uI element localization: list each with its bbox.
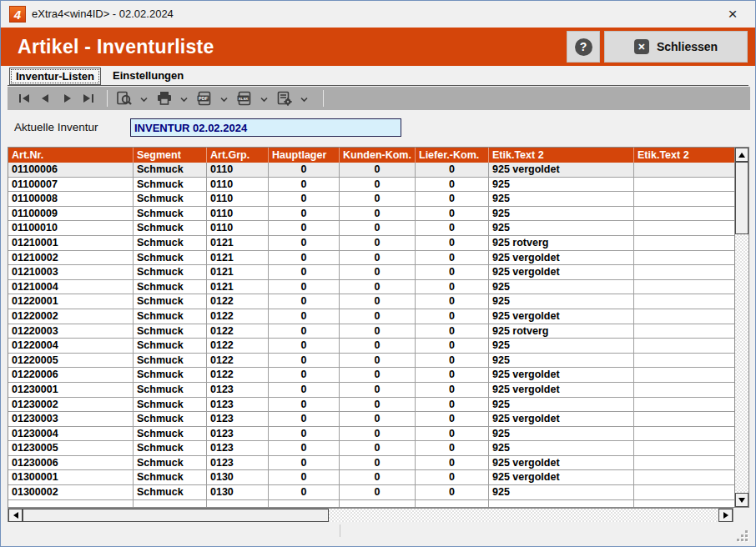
column-header[interactable]: Liefer.-Kom. bbox=[416, 148, 489, 163]
table-cell: Schmuck bbox=[134, 383, 207, 397]
horizontal-scroll-thumb[interactable] bbox=[23, 509, 329, 522]
report-settings-icon bbox=[276, 91, 293, 106]
table-row[interactable]: 01300001Schmuck0130000925 vergoldet bbox=[8, 470, 734, 485]
table-cell: Schmuck bbox=[134, 280, 207, 294]
column-header[interactable]: Kunden-Kom. bbox=[340, 148, 416, 163]
table-cell: Schmuck bbox=[134, 221, 207, 235]
export-xlsx-button[interactable]: XLSX bbox=[235, 89, 254, 108]
resize-grip[interactable] bbox=[737, 530, 748, 541]
table-cell: 0 bbox=[340, 470, 416, 484]
table-row[interactable]: 01220002Schmuck0122000925 vergoldet bbox=[8, 309, 734, 324]
column-header[interactable]: Hauptlager bbox=[269, 148, 340, 163]
table-cell: 0 bbox=[269, 221, 340, 235]
table-cell bbox=[634, 294, 734, 309]
nav-last-button[interactable] bbox=[78, 89, 97, 108]
export-xlsx-dropdown[interactable] bbox=[260, 91, 268, 106]
nav-first-button[interactable] bbox=[16, 89, 34, 108]
table-cell: 0 bbox=[416, 368, 489, 382]
table-row[interactable]: 01230006Schmuck0123000925 vergoldet bbox=[8, 456, 734, 471]
table-row[interactable]: 01220004Schmuck0122000925 bbox=[8, 339, 734, 354]
scroll-left-button[interactable] bbox=[8, 509, 23, 522]
printer-icon bbox=[156, 91, 173, 106]
grid-header: Art.Nr.SegmentArt.Grp.HauptlagerKunden-K… bbox=[8, 148, 734, 163]
table-cell: 0 bbox=[416, 294, 489, 309]
table-row[interactable]: 01100010Schmuck0110000925 bbox=[8, 221, 734, 236]
export-pdf-button[interactable]: PDF bbox=[195, 89, 214, 108]
table-row[interactable]: 01300002Schmuck0130000925 bbox=[8, 485, 734, 500]
table-cell: 0130 bbox=[207, 485, 269, 499]
horizontal-scrollbar[interactable] bbox=[8, 508, 733, 523]
schliessen-button[interactable]: ✕ Schliessen bbox=[604, 31, 748, 63]
status-bar-divider bbox=[340, 524, 340, 537]
table-row[interactable]: 01220001Schmuck0122000925 bbox=[8, 294, 734, 309]
table-row[interactable]: 01100009Schmuck0110000925 bbox=[8, 207, 734, 222]
table-row[interactable]: 01100007Schmuck0110000925 bbox=[8, 178, 734, 193]
table-cell: 0 bbox=[269, 441, 340, 455]
table-row[interactable]: 01210001Schmuck0121000925 rotverg bbox=[8, 236, 734, 251]
chevron-down-icon bbox=[180, 97, 188, 103]
table-cell: 0121 bbox=[207, 265, 269, 279]
tab-inventur-listen[interactable]: Inventur-Listen bbox=[9, 68, 101, 85]
help-button[interactable]: ? bbox=[567, 31, 600, 63]
aktuelle-inventur-input[interactable] bbox=[130, 118, 401, 137]
table-row[interactable]: 01230002Schmuck0123000925 bbox=[8, 398, 734, 413]
horizontal-scroll-track[interactable] bbox=[329, 509, 718, 522]
table-row[interactable]: 01220006Schmuck0122000925 vergoldet bbox=[8, 368, 734, 383]
export-pdf-dropdown[interactable] bbox=[220, 91, 228, 106]
report-settings-button[interactable] bbox=[275, 89, 294, 108]
table-cell bbox=[634, 221, 734, 235]
arrow-up-icon bbox=[738, 153, 745, 158]
table-cell: 01220001 bbox=[8, 294, 134, 309]
previous-record-icon bbox=[39, 93, 53, 103]
nav-next-button[interactable] bbox=[58, 89, 76, 108]
table-cell: 0122 bbox=[207, 354, 269, 368]
table-cell bbox=[634, 500, 734, 507]
arrow-down-icon bbox=[738, 498, 745, 503]
table-cell: 0 bbox=[269, 383, 340, 397]
table-cell: Schmuck bbox=[134, 441, 207, 455]
scroll-down-button[interactable] bbox=[735, 493, 748, 507]
table-cell: 0 bbox=[269, 236, 340, 250]
aktuelle-inventur-label: Aktuelle Inventur bbox=[14, 118, 98, 137]
table-row[interactable]: 01230004Schmuck0123000925 bbox=[8, 427, 734, 442]
table-cell: 925 vergoldet bbox=[489, 309, 634, 324]
table-row[interactable]: 01100006Schmuck0110000925 vergoldet bbox=[8, 163, 734, 178]
table-row[interactable]: 01230001Schmuck0123000925 vergoldet bbox=[8, 383, 734, 398]
column-header[interactable]: Etik.Text 2 bbox=[634, 148, 734, 163]
print-dropdown[interactable] bbox=[180, 91, 188, 106]
table-row[interactable]: 01210004Schmuck0121000925 bbox=[8, 280, 734, 295]
print-preview-button[interactable] bbox=[115, 89, 134, 108]
table-row[interactable]: 01210002Schmuck0121000925 vergoldet bbox=[8, 251, 734, 266]
table-row[interactable]: 01210003Schmuck0121000925 vergoldet bbox=[8, 265, 734, 280]
table-row[interactable]: 01100008Schmuck0110000925 bbox=[8, 192, 734, 207]
table-cell: 01210001 bbox=[8, 236, 134, 250]
window-close-icon[interactable]: × bbox=[722, 4, 743, 24]
vertical-scroll-thumb[interactable] bbox=[735, 162, 748, 234]
table-cell: 01230006 bbox=[8, 456, 134, 470]
column-header[interactable]: Art.Grp. bbox=[207, 148, 269, 163]
table-row[interactable]: 01220003Schmuck0122000925 rotverg bbox=[8, 324, 734, 339]
vertical-scrollbar[interactable] bbox=[734, 148, 748, 507]
column-header[interactable]: Art.Nr. bbox=[8, 148, 134, 163]
tab-einstellungen[interactable]: Einstellungen bbox=[107, 68, 189, 85]
table-row[interactable]: 01220005Schmuck0122000925 bbox=[8, 354, 734, 369]
table-cell: Schmuck bbox=[134, 265, 207, 279]
table-row[interactable]: 01230003Schmuck0123000925 vergoldet bbox=[8, 412, 734, 427]
table-cell: 01230001 bbox=[8, 383, 134, 397]
table-cell: 0 bbox=[416, 441, 489, 455]
print-button[interactable] bbox=[155, 89, 174, 108]
print-preview-dropdown[interactable] bbox=[140, 91, 148, 106]
scroll-right-button[interactable] bbox=[718, 509, 733, 522]
vertical-scroll-track[interactable] bbox=[735, 234, 748, 493]
column-header[interactable]: Segment bbox=[134, 148, 207, 163]
table-row[interactable]: 01230005Schmuck0123000925 bbox=[8, 441, 734, 456]
report-settings-dropdown[interactable] bbox=[300, 91, 308, 106]
table-cell: 01100009 bbox=[8, 207, 134, 221]
table-cell: Schmuck bbox=[134, 368, 207, 382]
table-cell: 925 vergoldet bbox=[489, 265, 634, 279]
column-header[interactable]: Etik.Text 2 bbox=[489, 148, 634, 163]
scroll-up-button[interactable] bbox=[735, 148, 748, 162]
table-cell: Schmuck bbox=[134, 192, 207, 206]
table-cell: 925 vergoldet bbox=[489, 251, 634, 265]
nav-prev-button[interactable] bbox=[37, 89, 55, 108]
